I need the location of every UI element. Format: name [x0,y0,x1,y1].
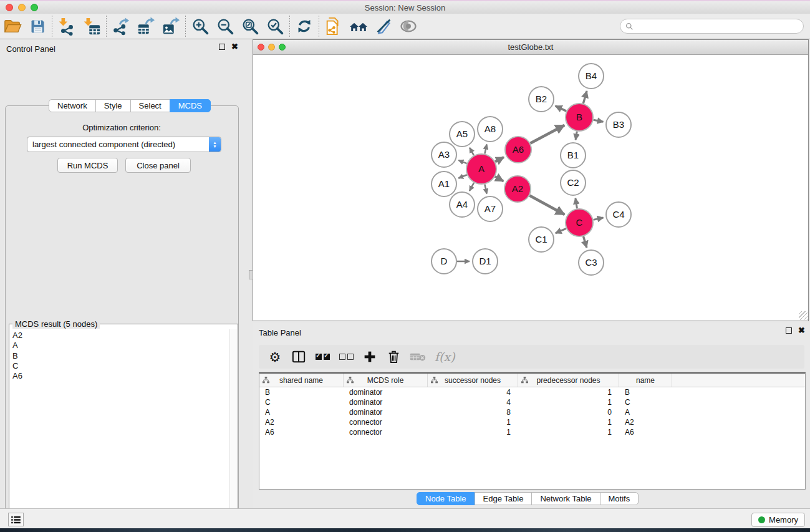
tab-node-table[interactable]: Node Table [417,492,475,505]
split-divider-grip[interactable] [249,270,253,279]
edge-A-A1[interactable] [458,175,467,178]
close-table-panel-icon[interactable]: ✖ [798,327,805,334]
result-list-item[interactable]: A2 [12,331,229,341]
tab-network-table[interactable]: Network Table [531,492,600,505]
hide-labels-button[interactable] [371,15,396,37]
edge-B-B4[interactable] [583,91,587,104]
edge-C-C3[interactable] [584,236,587,248]
search-input[interactable] [636,22,803,31]
zoom-selected-button[interactable] [263,15,287,37]
refresh-view-button[interactable] [292,15,317,37]
import-network-button[interactable] [54,15,79,37]
table-cell[interactable]: dominator [344,398,428,407]
function-builder-button[interactable]: f(x) [435,348,455,365]
double-home-button[interactable] [346,15,371,37]
create-column-button[interactable] [362,348,377,365]
table-row[interactable]: Adominator80A [259,407,805,417]
open-session-button[interactable] [0,15,25,37]
select-all-button[interactable] [315,348,330,365]
table-cell[interactable]: A2 [619,418,672,427]
memory-button[interactable]: Memory [751,513,805,527]
table-row[interactable]: Bdominator41B [259,387,805,397]
tab-edge-table[interactable]: Edge Table [475,492,533,505]
deselect-all-button[interactable] [339,348,354,365]
import-table-button[interactable] [79,15,104,37]
column-header-mcds-role[interactable]: MCDS role [344,374,428,387]
table-row[interactable]: Cdominator41C [259,397,805,407]
table-row[interactable]: A2connector11A2 [259,417,805,427]
table-cell[interactable]: dominator [344,388,428,397]
float-table-panel-icon[interactable] [786,327,792,334]
close-panel-icon[interactable]: ✖ [231,44,238,50]
table-cell[interactable]: A [619,408,672,417]
export-table-button[interactable] [133,15,158,37]
table-cell[interactable]: connector [344,428,428,437]
edge-A6-B[interactable] [530,125,564,143]
export-image-button[interactable] [158,15,183,37]
table-cell[interactable]: B [259,388,344,397]
show-columns-button[interactable] [291,348,306,365]
show-graphics-details-button[interactable] [396,15,421,37]
table-cell[interactable]: 8 [428,408,518,417]
edge-A-A2[interactable] [495,177,503,181]
table-cell[interactable]: A [259,408,344,417]
mcds-result-list[interactable]: A2ABCA6 [10,329,229,532]
table-cell[interactable]: B [619,388,672,397]
tab-network[interactable]: Network [49,99,96,112]
tab-style[interactable]: Style [95,99,131,112]
zoom-in-button[interactable] [188,15,213,37]
result-list-item[interactable]: A [12,341,229,351]
close-panel-button[interactable]: Close panel [125,158,191,173]
edge-A-A6[interactable] [495,157,504,162]
table-cell[interactable]: 4 [428,398,518,407]
edge-A-A3[interactable] [458,160,466,163]
network-graph[interactable]: AA2A6BCA1A3A5A8A4A7B1B2B3B4C1C2C3C4DD1 [253,56,808,321]
search-field[interactable] [620,19,804,34]
column-header-successor-nodes[interactable]: successor nodes [428,374,518,387]
edge-A-A4[interactable] [470,183,474,191]
new-network-from-selection-button[interactable] [321,15,346,37]
zoom-out-button[interactable] [213,15,238,37]
result-list-item[interactable]: B [12,351,229,361]
edge-A-A8[interactable] [485,144,486,153]
table-cell[interactable]: 1 [518,398,619,407]
zoom-fit-button[interactable] [238,15,263,37]
table-cell[interactable]: 4 [428,388,518,397]
delete-table-button[interactable] [410,348,426,365]
edge-B-B2[interactable] [556,106,567,111]
table-cell[interactable]: A6 [619,428,672,437]
edge-A-A5[interactable] [470,148,474,155]
save-session-button[interactable] [25,15,50,37]
tab-select[interactable]: Select [130,99,170,112]
table-cell[interactable]: 1 [518,418,619,427]
result-list-item[interactable]: A6 [12,371,229,381]
table-cell[interactable]: connector [344,418,428,427]
column-header-predecessor-nodes[interactable]: predecessor nodes [518,374,619,387]
tab-motifs[interactable]: Motifs [600,492,639,505]
table-cell[interactable]: 0 [518,408,619,417]
table-row[interactable]: A6connector11A6 [259,427,805,437]
result-list-scrollbar[interactable] [229,329,237,532]
edge-C-C2[interactable] [576,198,577,209]
criterion-dropdown[interactable]: largest connected component (directed) ▲… [27,137,221,152]
table-cell[interactable]: A6 [259,428,344,437]
table-cell[interactable]: 1 [518,428,619,437]
edge-B-B3[interactable] [594,120,604,122]
table-cell[interactable]: 1 [518,388,619,397]
run-mcds-button[interactable]: Run MCDS [57,158,118,173]
table-cell[interactable]: C [619,398,672,407]
table-cell[interactable]: 1 [428,428,518,437]
network-canvas[interactable]: AA2A6BCA1A3A5A8A4A7B1B2B3B4C1C2C3C4DD1 [253,56,808,321]
resize-grip-icon[interactable] [799,311,808,320]
column-header-shared-name[interactable]: shared name [259,374,344,387]
tab-mcds[interactable]: MCDS [170,99,211,112]
edge-A2-C[interactable] [529,196,564,215]
table-cell[interactable]: dominator [344,408,428,417]
export-network-button[interactable] [108,15,133,37]
edge-A-A7[interactable] [485,184,486,193]
edge-C-C1[interactable] [556,228,566,233]
table-settings-button[interactable]: ⚙ [268,348,282,365]
table-cell[interactable]: A2 [259,418,344,427]
column-header-name[interactable]: name [619,374,672,387]
edge-C-C4[interactable] [594,218,604,220]
